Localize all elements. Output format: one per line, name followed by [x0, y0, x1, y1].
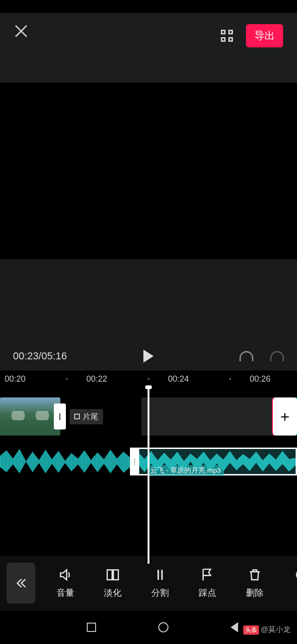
ruler-tick: 00:22: [86, 374, 129, 384]
fullscreen-button[interactable]: [221, 30, 233, 42]
playback-controls: 00:23/05:16: [0, 259, 297, 371]
ruler-dot: [148, 378, 149, 380]
add-clip-button[interactable]: +: [273, 397, 297, 436]
fade-icon: [105, 567, 120, 582]
volume-icon: [58, 567, 73, 582]
flag-icon: [200, 567, 215, 582]
nav-recent-button[interactable]: [87, 623, 96, 632]
ruler-dot: [66, 378, 68, 380]
undo-button[interactable]: [239, 351, 253, 361]
nav-home-button[interactable]: [158, 622, 168, 632]
tool-volume[interactable]: 音量: [42, 567, 89, 599]
change-icon: [295, 567, 297, 582]
clip-handle[interactable]: |: [54, 403, 66, 429]
svg-rect-0: [107, 570, 112, 579]
attribution-badge: 头条: [243, 625, 259, 635]
close-button[interactable]: [14, 24, 28, 38]
attribution: 头条 @莫小龙: [243, 625, 291, 635]
video-clip-thumbnail[interactable]: [0, 397, 60, 436]
redo-button[interactable]: [270, 351, 284, 361]
ruler-tick: 00:20: [5, 374, 47, 384]
video-preview[interactable]: [0, 83, 297, 259]
attribution-author: @莫小龙: [261, 625, 291, 635]
tool-split[interactable]: 分割: [136, 567, 184, 599]
timecode-label: 00:23/05:16: [13, 350, 67, 362]
tool-fade[interactable]: 淡化: [89, 567, 136, 599]
playhead[interactable]: [148, 387, 149, 564]
nav-back-button[interactable]: [231, 622, 238, 632]
svg-rect-1: [113, 570, 118, 579]
top-bar: 导出: [0, 13, 297, 83]
tool-label: 踩点: [199, 587, 216, 599]
time-ruler[interactable]: 00:20 00:22 00:24 00:26: [0, 371, 297, 387]
trash-icon: [247, 567, 262, 582]
tail-badge[interactable]: 片尾: [70, 409, 103, 424]
audio-waveform[interactable]: [0, 448, 130, 475]
tool-label: 淡化: [104, 587, 122, 599]
tool-label: 音量: [57, 587, 74, 599]
tail-label: 片尾: [83, 411, 98, 422]
tool-label: 删除: [246, 587, 264, 599]
ruler-dot: [229, 378, 231, 380]
audio-clip-handle[interactable]: |: [130, 448, 139, 475]
tail-icon: [74, 414, 80, 419]
tool-delete[interactable]: 删除: [231, 567, 278, 599]
tool-beat[interactable]: 踩点: [184, 567, 231, 599]
bottom-toolbar: 音量 淡化 分割 踩点 删除: [0, 556, 297, 611]
audio-filename-label: 云飞 - 草原的月亮.mp3: [148, 465, 224, 476]
ruler-tick: 00:26: [250, 374, 292, 384]
timeline[interactable]: | 片尾 + | 云飞 - 草原的月亮.mp3: [0, 387, 297, 564]
status-bar: [0, 0, 297, 13]
split-icon: [153, 567, 168, 582]
play-button[interactable]: [143, 350, 154, 363]
collapse-toolbar-button[interactable]: [6, 563, 35, 604]
tool-change[interactable]: 变: [278, 567, 297, 599]
tool-label: 分割: [151, 587, 169, 599]
ruler-tick: 00:24: [168, 374, 211, 384]
export-button[interactable]: 导出: [246, 24, 283, 47]
